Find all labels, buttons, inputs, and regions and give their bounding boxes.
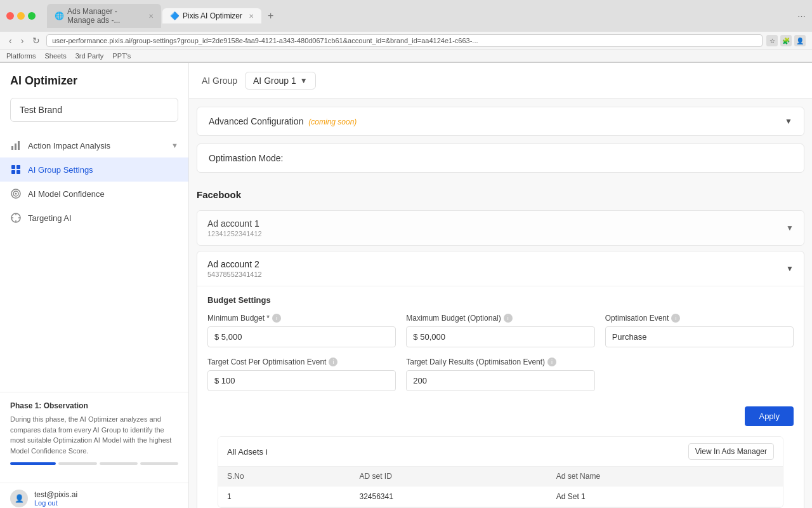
advanced-config-chevron-icon: ▼	[785, 117, 792, 126]
tab-ads-manager[interactable]: 🌐 Ads Manager - Manage ads -... ✕	[47, 4, 161, 28]
maximize-dot[interactable]	[28, 12, 36, 20]
budget-row-2: Target Cost Per Optimisation Event i Tar…	[207, 358, 794, 391]
ad-account-1-name: Ad account 1	[207, 218, 262, 229]
minimum-budget-info-icon[interactable]: i	[272, 314, 281, 323]
ai-group-selector[interactable]: AI Group 1 ▼	[245, 72, 316, 90]
svg-rect-2	[18, 141, 20, 150]
sidebar-phase: Phase 1: Observation During this phase, …	[0, 392, 188, 483]
close-dot[interactable]	[6, 12, 14, 20]
maximum-budget-input[interactable]	[406, 326, 594, 347]
ad-account-2-name: Ad account 2	[207, 259, 262, 269]
target-daily-field: Target Daily Results (Optimisation Event…	[406, 358, 594, 391]
ad-account-1-info: Ad account 1 12341252341412	[207, 218, 262, 237]
tab-ads-label: Ads Manager - Manage ads -...	[67, 7, 142, 25]
ai-group-value: AI Group 1	[253, 76, 296, 86]
view-in-ads-manager-button[interactable]: View In Ads Manager	[688, 443, 774, 460]
svg-rect-0	[11, 146, 13, 150]
ad-account-2-panel: Ad account 2 54378552341412 ▼ Budget Set…	[197, 251, 804, 508]
grid-icon	[10, 164, 22, 175]
minimize-dot[interactable]	[17, 12, 25, 20]
address-bar[interactable]: user-performance.pixis.ai/group-settings…	[46, 34, 763, 47]
col-adset-name: Ad set Name	[547, 467, 783, 486]
refresh-button[interactable]: ↻	[30, 34, 43, 47]
browser-titlebar: 🌐 Ads Manager - Manage ads -... ✕ 🔷 Pixi…	[0, 0, 812, 32]
extensions-icon[interactable]: 🧩	[780, 35, 792, 46]
svg-point-9	[15, 193, 17, 195]
minimum-budget-field: Minimum Budget * i	[207, 314, 396, 347]
target-daily-input[interactable]	[406, 370, 594, 391]
logout-button[interactable]: Log out	[34, 499, 178, 507]
maximum-budget-info-icon[interactable]: i	[504, 314, 513, 323]
bookmark-platforms[interactable]: Platforms	[6, 52, 36, 60]
optimisation-event-field: Optimisation Event i	[605, 314, 794, 347]
ad-account-2-header[interactable]: Ad account 2 54378552341412 ▼	[197, 251, 804, 286]
bookmark-ppts[interactable]: PPT's	[112, 52, 131, 60]
sidebar-title: AI Optimizer	[10, 74, 178, 88]
browser-tabs: 🌐 Ads Manager - Manage ads -... ✕ 🔷 Pixi…	[47, 4, 278, 28]
sidebar-user: 👤 test@pixis.ai Log out	[0, 483, 188, 508]
svg-rect-1	[15, 144, 16, 150]
apply-row: Apply	[207, 401, 794, 431]
bookmark-platforms-label: Platforms	[6, 52, 36, 60]
maximum-budget-label: Maximum Budget (Optional) i	[406, 314, 594, 323]
user-info: test@pixis.ai Log out	[34, 490, 178, 507]
bookmark-3rdparty[interactable]: 3rd Party	[75, 52, 104, 60]
optimization-mode-header: Optimastion Mode:	[197, 144, 804, 172]
cell-name-1: Ad Set 1	[547, 486, 783, 507]
target-cost-info-icon[interactable]: i	[329, 358, 337, 366]
target-daily-info-icon[interactable]: i	[547, 358, 556, 366]
facebook-section-title: Facebook	[189, 180, 812, 205]
progress-segment-1	[10, 462, 56, 465]
browser-chrome: 🌐 Ads Manager - Manage ads -... ✕ 🔷 Pixi…	[0, 0, 812, 63]
optimisation-event-info-icon[interactable]: i	[671, 314, 680, 323]
sidebar-item-targeting-ai[interactable]: Targeting AI	[0, 206, 188, 230]
phase-progress-bar	[10, 462, 178, 465]
main-content: AI Group AI Group 1 ▼ Advanced Configura…	[189, 63, 812, 508]
ad-account-2-chevron-icon: ▼	[786, 264, 794, 273]
profile-icon[interactable]: 👤	[794, 35, 806, 46]
tab-pixis[interactable]: 🔷 Pixis AI Optimizer ✕	[162, 8, 261, 23]
cell-sno-1: 1	[218, 486, 350, 507]
empty-field	[605, 358, 794, 391]
brand-name: Test Brand	[20, 105, 62, 115]
sidebar-item-action-impact[interactable]: Action Impact Analysis ▼	[0, 133, 188, 157]
tab-pixis-icon: 🔷	[170, 11, 179, 20]
tab-ads-icon: 🌐	[55, 11, 63, 20]
avatar: 👤	[10, 490, 28, 507]
ai-model-confidence-label: AI Model Confidence	[28, 189, 178, 199]
back-button[interactable]: ‹	[6, 34, 15, 47]
targeting-ai-label: Targeting AI	[28, 213, 178, 223]
minimum-budget-input[interactable]	[207, 326, 396, 347]
ad-account-2-info: Ad account 2 54378552341412	[207, 259, 262, 278]
sidebar-item-ai-group-settings[interactable]: AI Group Settings	[0, 157, 188, 182]
phase-description: During this phase, the AI Optimizer anal…	[10, 414, 178, 456]
aim-icon	[10, 212, 22, 224]
phase-title: Phase 1: Observation	[10, 401, 178, 410]
user-email: test@pixis.ai	[34, 490, 178, 499]
ad-account-1-header[interactable]: Ad account 1 12341252341412 ▼	[197, 211, 804, 245]
tab-ads-close[interactable]: ✕	[148, 13, 154, 20]
sidebar-header: AI Optimizer Test Brand	[0, 63, 188, 128]
ad-account-1-chevron-icon: ▼	[786, 224, 794, 232]
bookmark-sheets[interactable]: Sheets	[44, 52, 66, 60]
sidebar: AI Optimizer Test Brand Action Impact An…	[0, 63, 189, 508]
sidebar-item-ai-model-confidence[interactable]: AI Model Confidence	[0, 182, 188, 206]
tab-pixis-label: Pixis AI Optimizer	[183, 11, 242, 20]
forward-button[interactable]: ›	[18, 34, 27, 47]
advanced-config-title: Advanced Configuration (coming soon)	[209, 116, 357, 126]
ad-account-2-id: 54378552341412	[207, 271, 262, 278]
optimisation-event-input[interactable]	[605, 326, 794, 347]
apply-button[interactable]: Apply	[745, 406, 794, 426]
bookmarks-bar: Platforms Sheets 3rd Party PPT's	[0, 50, 812, 62]
ai-group-settings-label: AI Group Settings	[28, 165, 178, 175]
tab-pixis-close[interactable]: ✕	[249, 13, 254, 20]
bookmark-icon[interactable]: ☆	[766, 35, 778, 46]
adsets-table: S.No AD set ID Ad set Name 1 32456341 Ad…	[218, 467, 783, 507]
adsets-info-icon[interactable]: i	[266, 447, 268, 457]
svg-rect-5	[11, 170, 15, 174]
target-cost-input[interactable]	[207, 370, 396, 391]
new-tab-button[interactable]: +	[263, 8, 278, 24]
budget-settings-title: Budget Settings	[207, 295, 794, 305]
advanced-config-header[interactable]: Advanced Configuration (coming soon) ▼	[197, 107, 804, 135]
brand-selector[interactable]: Test Brand	[10, 98, 178, 122]
